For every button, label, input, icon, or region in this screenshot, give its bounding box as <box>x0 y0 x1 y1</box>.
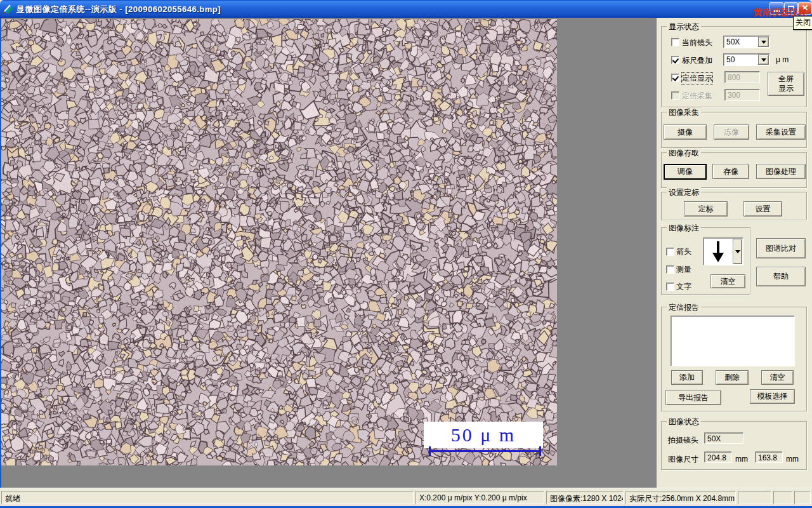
template-select-button[interactable]: 模板选择 <box>750 389 795 404</box>
image-height-field: 163.8 <box>755 451 783 463</box>
text-checkbox[interactable] <box>666 283 674 291</box>
group-calibration-title: 设置定标 <box>667 187 701 198</box>
arrow-style-dropdown-button[interactable] <box>733 239 742 264</box>
fixed-display-checkbox[interactable] <box>671 74 679 82</box>
calibration-settings-button[interactable]: 设置 <box>743 201 782 217</box>
current-lens-label: 当前镜头 <box>682 37 712 48</box>
group-report-title: 定倍报告 <box>667 302 701 313</box>
fullscreen-button[interactable]: 全屏显示 <box>768 72 804 96</box>
fixed-capture-label: 定倍采集 <box>682 91 712 102</box>
group-calibration: 设置定标 <box>661 192 807 220</box>
ruler-dropdown-button[interactable] <box>758 55 769 65</box>
calibrate-button[interactable]: 定标 <box>684 201 728 217</box>
status-ready: 就绪 <box>1 491 414 504</box>
atlas-compare-button[interactable]: 图谱比对 <box>756 238 806 258</box>
scalebar-label: 50 μ m <box>451 424 516 446</box>
scalebar-label-box: 50 μ m <box>424 422 543 448</box>
chevron-down-icon <box>761 41 766 46</box>
capture-settings-button[interactable]: 采集设置 <box>756 124 806 140</box>
status-image-pixels: 图像像素:1280 X 1024 <box>546 491 624 504</box>
current-lens-checkbox[interactable] <box>671 38 679 46</box>
group-display-status-title: 显示状态 <box>667 22 701 32</box>
current-lens-combobox[interactable]: 50X <box>723 36 770 48</box>
fixed-display-label: 定倍显示 <box>682 73 712 84</box>
title-bar[interactable]: 显微图像定倍系统--演示版 - [20090602055646.bmp] ✕ 黄… <box>0 0 812 18</box>
load-image-button[interactable]: 调像 <box>664 164 707 180</box>
client-area: 50 μ m 显示状态 当前镜头 50X 标尺叠加 50 <box>0 18 812 488</box>
group-image-storage-title: 图像存取 <box>667 148 701 159</box>
scalebar-line <box>429 446 541 456</box>
shooting-lens-label: 拍摄镜头 <box>668 435 698 446</box>
freeze-button: 冻像 <box>714 124 749 140</box>
report-delete-button[interactable]: 删除 <box>716 370 749 385</box>
ruler-overlay-label: 标尺叠加 <box>682 55 712 66</box>
measure-label: 测量 <box>676 264 691 275</box>
arrow-label: 箭头 <box>676 246 691 257</box>
micrograph-image[interactable] <box>1 19 557 465</box>
save-image-button[interactable]: 存像 <box>712 164 749 179</box>
status-actual-size: 实际尺寸:256.0mm X 204.8mm <box>625 491 736 504</box>
arrow-checkbox[interactable] <box>666 248 674 256</box>
help-button[interactable]: 帮助 <box>756 267 806 286</box>
ruler-overlay-checkbox[interactable] <box>671 56 679 64</box>
down-arrow-glyph <box>709 240 727 264</box>
fixed-capture-field: 300 <box>724 89 760 101</box>
status-resolution: X:0.200 μ m/pix Y:0.200 μ m/pix <box>416 491 544 504</box>
group-image-status-title: 图像状态 <box>667 417 701 427</box>
image-size-label: 图像尺寸 <box>668 454 698 465</box>
window-frame-left <box>0 18 1 488</box>
measure-checkbox[interactable] <box>666 265 674 274</box>
status-empty-2 <box>773 491 792 504</box>
application-window: 显微图像定倍系统--演示版 - [20090602055646.bmp] ✕ 黄… <box>0 0 812 508</box>
image-process-button[interactable]: 图像处理 <box>756 164 806 179</box>
control-panel: 显示状态 当前镜头 50X 标尺叠加 50 μ m 定倍显示 800 定倍采集 … <box>657 18 812 488</box>
camera-button[interactable]: 摄像 <box>664 124 707 140</box>
image-width-field: 204.8 <box>704 451 732 463</box>
app-icon <box>3 3 14 14</box>
report-add-button[interactable]: 添加 <box>671 370 703 385</box>
height-unit-label: mm <box>786 455 799 464</box>
group-image-capture-title: 图像采集 <box>667 107 701 118</box>
chevron-down-icon <box>735 250 740 256</box>
status-empty-1 <box>738 491 771 504</box>
group-annotation-title: 图像标注 <box>667 223 701 234</box>
current-lens-dropdown-button[interactable] <box>758 37 769 47</box>
shooting-lens-field: 50X <box>704 432 743 444</box>
arrow-style-combobox[interactable] <box>703 237 743 265</box>
image-viewport: 50 μ m <box>0 18 657 488</box>
status-empty-3 <box>794 491 811 504</box>
ruler-value-combobox[interactable]: 50 <box>723 53 770 66</box>
ruler-unit-label: μ m <box>776 55 789 64</box>
export-report-button[interactable]: 导出报告 <box>665 390 721 405</box>
close-tooltip: 关闭 <box>793 16 812 30</box>
fixed-capture-checkbox <box>671 91 679 100</box>
status-bar: 就绪 X:0.200 μ m/pix Y:0.200 μ m/pix 图像像素:… <box>0 488 812 506</box>
width-unit-label: mm <box>735 455 748 464</box>
chevron-down-icon <box>761 58 766 64</box>
report-listbox[interactable] <box>671 316 795 366</box>
fixed-display-field: 800 <box>724 71 760 83</box>
text-label: 文字 <box>676 281 691 292</box>
window-title: 显微图像定倍系统--演示版 - [20090602055646.bmp] <box>16 4 221 15</box>
annotation-clear-button[interactable]: 清空 <box>710 274 745 288</box>
report-clear-button[interactable]: 清空 <box>761 370 794 385</box>
